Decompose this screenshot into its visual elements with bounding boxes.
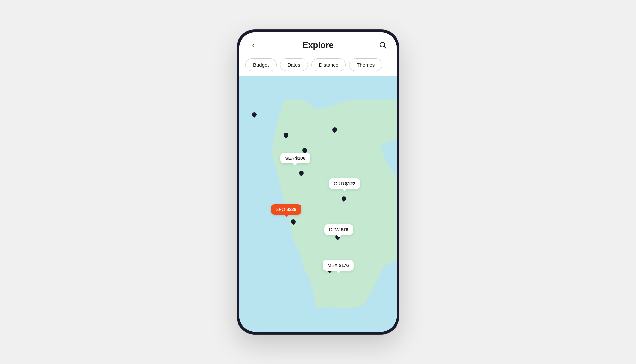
phone-mockup: ‹ Explore Budget Dates Distance Themes: [237, 30, 399, 334]
filter-distance[interactable]: Distance: [311, 58, 346, 71]
mex-price: $176: [339, 263, 349, 268]
search-button[interactable]: [377, 39, 389, 51]
pin-dot-icon: [301, 147, 308, 154]
destination-label-ord[interactable]: ORD $122: [329, 178, 360, 189]
map-pin-4[interactable]: [332, 127, 337, 132]
pin-dot-icon: [298, 170, 305, 176]
pin-dot-icon: [341, 195, 347, 202]
map-pin-ord-dot[interactable]: [342, 196, 346, 201]
filter-themes[interactable]: Themes: [349, 58, 382, 71]
ord-price: $122: [345, 181, 355, 186]
destination-label-mex[interactable]: MEX $176: [323, 260, 353, 271]
map-background: [239, 76, 397, 332]
destination-label-sfo[interactable]: SFO $229: [271, 204, 301, 215]
pin-dot-icon: [283, 132, 289, 138]
search-icon: [379, 41, 387, 49]
pin-dot-icon: [291, 218, 297, 225]
filter-pills-container: Budget Dates Distance Themes: [239, 56, 397, 76]
map-pin-2[interactable]: [284, 133, 288, 137]
filter-dates[interactable]: Dates: [280, 58, 308, 71]
destination-label-sea[interactable]: SEA $106: [280, 153, 310, 163]
map-pin-sfo-dot[interactable]: [291, 219, 296, 224]
page-title: Explore: [302, 40, 333, 50]
sfo-price: $229: [286, 207, 296, 212]
dfw-price: $76: [341, 227, 348, 232]
map-pin-sea-dot[interactable]: [299, 171, 304, 175]
map-pin-3[interactable]: [302, 148, 307, 153]
back-chevron-icon: ‹: [252, 41, 254, 49]
svg-line-1: [384, 47, 386, 49]
phone-frame: ‹ Explore Budget Dates Distance Themes: [237, 30, 399, 334]
map-container[interactable]: SEA $106 SFO $229 ORD $122 DFW $76 MEX $…: [239, 76, 397, 332]
app-header: ‹ Explore: [239, 32, 397, 56]
pin-dot-icon: [331, 126, 338, 133]
pin-dot-icon: [251, 111, 258, 118]
map-pin-1[interactable]: [252, 112, 257, 117]
filter-budget[interactable]: Budget: [245, 58, 277, 71]
sea-price: $106: [295, 156, 305, 161]
destination-label-dfw[interactable]: DFW $76: [324, 224, 353, 235]
back-button[interactable]: ‹: [247, 39, 259, 51]
